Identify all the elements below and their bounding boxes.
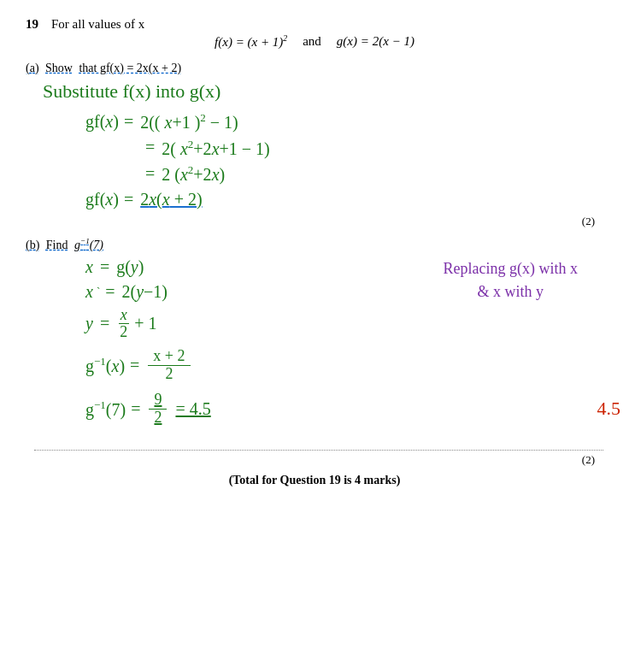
step-3: = 2 (x2+2x) — [145, 163, 603, 185]
part-b-label: (b) — [26, 239, 39, 251]
step-4: gf(x) = 2x(x + 2) — [85, 190, 603, 209]
b-step-5: g−1(7) = 9 2 = 4.5 4.5 — [85, 392, 603, 427]
note-line2: & x with y — [444, 280, 578, 304]
marks-a: (2) — [26, 215, 595, 228]
side-note: Replacing g(x) with x & x with y — [444, 257, 578, 304]
f-definition: f(x) = (x + 1)2 — [215, 33, 287, 50]
part-b-text: g−1(7) — [74, 239, 103, 251]
dotted-separator — [34, 450, 603, 451]
b-step-4: g−1(x) = x + 2 2 — [85, 348, 603, 383]
and-text: and — [303, 34, 321, 49]
step-1: gf(x) = 2(( x+1 )2 − 1) — [85, 111, 603, 133]
question-number: 19 — [26, 17, 44, 32]
part-b-find: Find — [46, 239, 68, 251]
part-a-text: that gf(x) = 2x(x + 2) — [79, 62, 181, 74]
substitute-label: Substitute f(x) into g(x) — [43, 80, 603, 103]
marks-b: (2) — [26, 453, 595, 467]
b-step-3: y = x 2 + 1 — [85, 307, 603, 342]
part-a-label: (a) — [26, 62, 39, 74]
g-definition: g(x) = 2(x − 1) — [337, 34, 414, 49]
step-2: = 2( x2+2x+1 − 1) — [145, 138, 603, 159]
total-marks: (Total for Question 19 is 4 marks) — [26, 474, 603, 487]
note-line1: Replacing g(x) with x — [444, 257, 578, 280]
equals-4-5: = 4.5 — [175, 399, 210, 419]
question-intro: For all values of x — [51, 17, 144, 32]
red-answer: 4.5 — [597, 398, 621, 420]
part-a-show: Show — [45, 62, 73, 74]
